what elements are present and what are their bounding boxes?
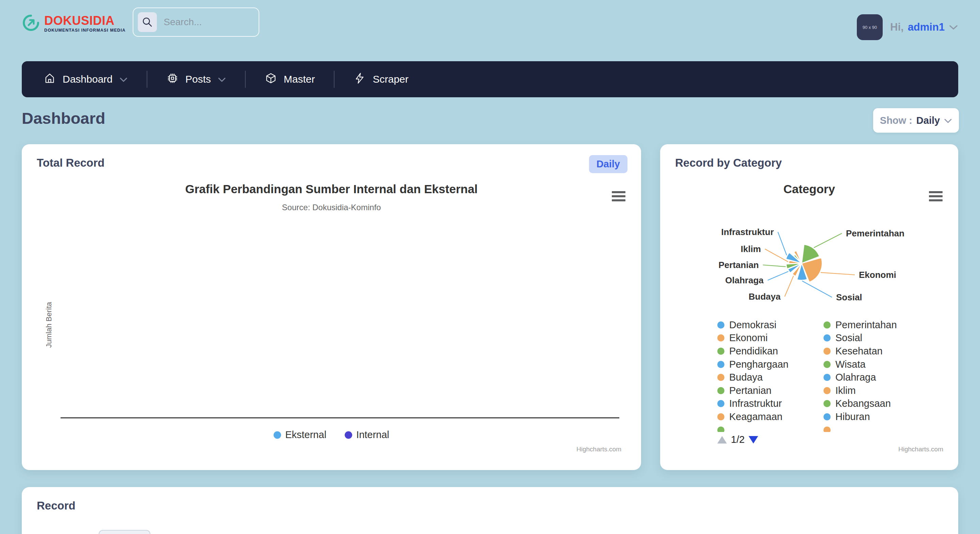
nav-item-scraper[interactable]: Scraper [353,72,408,87]
nav-item-posts[interactable]: Posts [166,72,226,87]
avatar[interactable]: 90 x 90 [857,14,883,40]
category-legend-item-penghargaan[interactable]: Penghargaan [717,358,824,371]
chevron-down-icon [944,115,952,126]
card-title-total-record: Total Record [37,156,105,169]
page-title: Dashboard [22,109,105,127]
category-legend-item-clipped[interactable] [824,423,930,432]
legend-label: Ekonomi [729,332,768,343]
category-legend-item-keagamaan[interactable]: Keagamaan [717,410,824,423]
daily-badge: Daily [589,155,627,173]
chart-context-menu-button[interactable] [928,190,944,203]
legend-marker [717,413,724,420]
y-axis-label: Jumlah Berita [45,274,53,376]
pie-chart-title: Category [660,182,958,196]
comparison-chart-subtitle: Source: Dokusidia-Kominfo [22,203,641,212]
main-navbar: Dashboard Posts Master [22,61,958,97]
chart-context-menu-button[interactable] [611,190,627,203]
legend-page-up-icon[interactable] [717,436,727,443]
legend-marker [824,413,830,420]
category-legend-item-pemerintahan[interactable]: Pemerintahan [824,318,930,332]
highcharts-credit[interactable]: Highcharts.com [576,445,621,453]
chevron-down-icon [949,21,958,33]
category-legend-item-budaya[interactable]: Budaya [717,371,824,384]
legend-label: Infrastruktur [729,398,782,409]
category-legend: DemokrasiEkonomiPendidikanPenghargaanBud… [717,318,942,432]
category-legend-item-iklim[interactable]: Iklim [824,384,930,397]
category-legend-item-sosial[interactable]: Sosial [824,332,930,345]
legend-label: Sosial [835,332,862,343]
chevron-down-icon [119,73,127,85]
search-input[interactable] [163,16,254,28]
legend-marker [717,426,724,432]
nav-item-master[interactable]: Master [265,72,315,87]
nav-label-master: Master [284,73,315,85]
record-by-category-card: Record by Category Category Pemerintahan… [660,144,958,470]
home-icon [43,72,56,87]
pie-label-connector [821,272,855,275]
user-menu[interactable]: Hi, admin1 [890,14,958,40]
legend-label: Olahraga [835,372,876,383]
nav-divider [245,71,246,88]
legend-label: Demokrasi [729,319,776,331]
record-card: Record [22,487,958,534]
show-filter-value: Daily [916,115,940,126]
legend-marker [717,361,724,368]
legend-marker [824,334,830,342]
category-legend-item-pertanian[interactable]: Pertanian [717,384,824,397]
show-filter-dropdown[interactable]: Show : Daily [873,108,959,133]
category-legend-item-clipped[interactable] [717,423,824,432]
category-legend-item-ekonomi[interactable]: Ekonomi [717,332,824,345]
nav-divider [334,71,334,88]
legend-label: Wisata [835,359,865,370]
category-legend-item-infrastruktur[interactable]: Infrastruktur [717,397,824,410]
nav-label-dashboard: Dashboard [63,73,113,85]
legend-label: Pertanian [729,385,772,396]
pie-label-Pertanian: Pertanian [719,260,759,270]
record-toolbar-button-partial[interactable] [99,530,150,534]
chevron-down-icon [218,73,226,85]
category-legend-item-kebangsaan[interactable]: Kebangsaan [824,397,930,410]
legend-item-eksternal[interactable]: Eksternal [274,429,326,440]
legend-label: Pemerintahan [835,319,897,331]
nav-item-dashboard[interactable]: Dashboard [43,72,127,87]
cube-icon [265,72,277,87]
legend-marker [824,374,830,381]
legend-marker [824,321,830,329]
legend-page-down-icon[interactable] [749,436,758,443]
category-legend-item-kesehatan[interactable]: Kesehatan [824,345,930,358]
app-logo[interactable]: DOKUSIDIA DOKUMENTASI INFORMASI MEDIA [22,14,126,33]
highcharts-credit[interactable]: Highcharts.com [898,445,943,453]
legend-label: Internal [356,429,389,440]
pie-label-connector [768,272,788,280]
legend-marker [824,426,830,432]
pie-label-connector [778,232,787,256]
category-legend-item-olahraga[interactable]: Olahraga [824,371,930,384]
category-legend-item-hiburan[interactable]: Hiburan [824,410,930,423]
pie-label-connector [763,265,786,267]
pie-label-Pemerintahan: Pemerintahan [846,228,904,238]
category-legend-item-wisata[interactable]: Wisata [824,358,930,371]
legend-marker [824,361,830,368]
nav-label-posts: Posts [185,73,211,85]
card-title-record-by-category: Record by Category [675,156,782,169]
logo-title: DOKUSIDIA [44,14,126,27]
category-pie-chart: PemerintahanEkonomiSosialBudayaOlahragaP… [675,212,943,321]
legend-label: Kesehatan [835,346,883,357]
legend-page-indicator: 1/2 [731,434,745,445]
legend-label: Kebangsaan [835,398,891,409]
legend-marker [717,387,724,394]
pie-label-Ekonomi: Ekonomi [859,270,896,280]
category-legend-item-pendidikan[interactable]: Pendidikan [717,345,824,358]
pie-label-connector [802,281,832,297]
legend-label: Eksternal [285,429,326,440]
logo-subtitle: DOKUMENTASI INFORMASI MEDIA [44,28,126,33]
search-bar[interactable] [133,8,259,37]
legend-item-internal[interactable]: Internal [345,429,389,440]
legend-marker [345,431,352,439]
x-axis-line [60,417,619,418]
category-legend-item-demokrasi[interactable]: Demokrasi [717,318,824,332]
nav-divider [147,71,147,88]
legend-marker [717,334,724,342]
legend-marker [717,374,724,381]
legend-label: Hiburan [835,411,870,423]
